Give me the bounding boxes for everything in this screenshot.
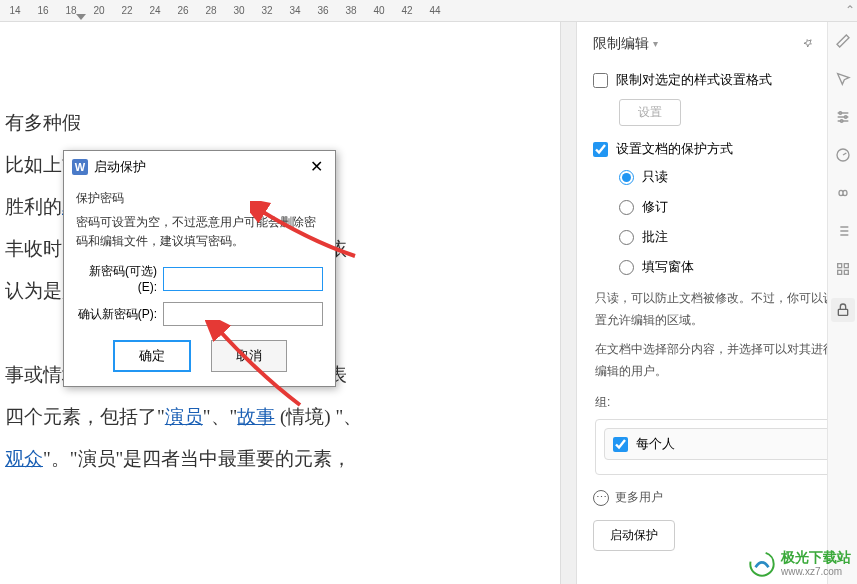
group-label: 组: [595, 394, 841, 411]
edit-icon[interactable] [834, 32, 852, 50]
track-label: 修订 [642, 198, 668, 216]
pin-icon[interactable] [801, 35, 816, 53]
readonly-radio[interactable] [619, 170, 634, 185]
readonly-info-text: 只读，可以防止文档被修改。不过，你可以设置允许编辑的区域。 [595, 288, 841, 331]
ruler-mark: 30 [229, 5, 249, 16]
ruler-mark: 22 [117, 5, 137, 16]
dashboard-icon[interactable] [834, 146, 852, 164]
right-icon-rail [827, 22, 857, 584]
watermark-logo-icon [749, 551, 775, 577]
svg-rect-6 [837, 270, 841, 274]
more-users-link[interactable]: ⋯ 更多用户 [593, 489, 841, 506]
ruler-mark: 26 [173, 5, 193, 16]
ruler-indent-marker[interactable] [76, 14, 86, 20]
infinity-icon[interactable] [834, 184, 852, 202]
ruler-mark: 14 [5, 5, 25, 16]
everyone-checkbox[interactable] [613, 437, 628, 452]
watermark: 极光下载站 www.xz7.com [749, 549, 851, 578]
pointer-icon[interactable] [834, 70, 852, 88]
sliders-icon[interactable] [834, 108, 852, 126]
watermark-name: 极光下载站 [781, 549, 851, 566]
group-item-everyone[interactable]: 每个人 [604, 428, 832, 460]
format-settings-button[interactable]: 设置 [619, 99, 681, 126]
grid-icon[interactable] [834, 260, 852, 278]
ruler-mark: 36 [313, 5, 333, 16]
svg-rect-8 [838, 309, 847, 315]
lock-icon[interactable] [831, 298, 855, 322]
doc-text-line: 四个元素，包括了"演员"、"故事 (情境) "、 [5, 396, 560, 438]
fieldset-label: 保护密码 [76, 190, 323, 207]
doc-text-line: 观众"。"演员"是四者当中最重要的元素， [5, 438, 560, 480]
ok-button[interactable]: 确定 [113, 340, 191, 372]
dialog-close-icon[interactable]: ✕ [306, 157, 327, 176]
svg-point-9 [750, 552, 773, 575]
confirm-password-input[interactable] [163, 302, 323, 326]
confirm-password-label: 确认新密码(P): [76, 306, 157, 323]
limit-format-checkbox[interactable] [593, 73, 608, 88]
svg-rect-4 [837, 264, 841, 268]
ruler-mark: 42 [397, 5, 417, 16]
limit-format-label: 限制对选定的样式设置格式 [616, 71, 772, 89]
protect-method-label: 设置文档的保护方式 [616, 140, 733, 158]
form-radio[interactable] [619, 260, 634, 275]
restrict-editing-panel: 限制编辑 ✕ 限制对选定的样式设置格式 设置 设置文档的保护方式 [576, 22, 857, 584]
comment-radio[interactable] [619, 230, 634, 245]
everyone-label: 每个人 [636, 435, 675, 453]
ruler-mark: 38 [341, 5, 361, 16]
dialog-app-icon: W [72, 159, 88, 175]
cancel-button[interactable]: 取消 [211, 340, 287, 372]
comment-label: 批注 [642, 228, 668, 246]
ruler-mark: 24 [145, 5, 165, 16]
svg-rect-5 [844, 264, 848, 268]
svg-rect-7 [844, 270, 848, 274]
more-icon: ⋯ [593, 490, 609, 506]
watermark-url: www.xz7.com [781, 566, 851, 578]
track-radio[interactable] [619, 200, 634, 215]
ruler-mark: 34 [285, 5, 305, 16]
ruler-mark: 40 [369, 5, 389, 16]
panel-title[interactable]: 限制编辑 [593, 35, 658, 53]
horizontal-ruler: 14 16 18 20 22 24 26 28 30 32 34 36 38 4… [0, 0, 857, 22]
ruler-mark: 20 [89, 5, 109, 16]
start-protection-dialog: W 启动保护 ✕ 保护密码 密码可设置为空，不过恶意用户可能会删除密码和编辑文件… [63, 150, 336, 387]
protect-method-checkbox[interactable] [593, 142, 608, 157]
doc-link[interactable]: 演员 [165, 406, 203, 427]
readonly-label: 只读 [642, 168, 668, 186]
group-list: 每个人 [595, 419, 841, 475]
form-label: 填写窗体 [642, 258, 694, 276]
ruler-mark: 44 [425, 5, 445, 16]
start-protect-button[interactable]: 启动保护 [593, 520, 675, 551]
dialog-hint-text: 密码可设置为空，不过恶意用户可能会删除密码和编辑文件，建议填写密码。 [76, 213, 323, 251]
vertical-scrollbar[interactable] [560, 22, 576, 584]
doc-text-line: 有多种假 [5, 102, 560, 144]
select-region-info-text: 在文档中选择部分内容，并选择可以对其进行编辑的用户。 [595, 339, 841, 382]
doc-link[interactable]: 故事 [237, 406, 275, 427]
dialog-title-text: 启动保护 [94, 158, 146, 176]
new-password-label: 新密码(可选)(E): [76, 263, 157, 294]
collapse-panel-icon[interactable]: ⌃ [845, 3, 855, 17]
new-password-input[interactable] [163, 267, 323, 291]
list-icon[interactable] [834, 222, 852, 240]
ruler-mark: 32 [257, 5, 277, 16]
ruler-mark: 28 [201, 5, 221, 16]
doc-link[interactable]: 观众 [5, 448, 43, 469]
ruler-mark: 16 [33, 5, 53, 16]
